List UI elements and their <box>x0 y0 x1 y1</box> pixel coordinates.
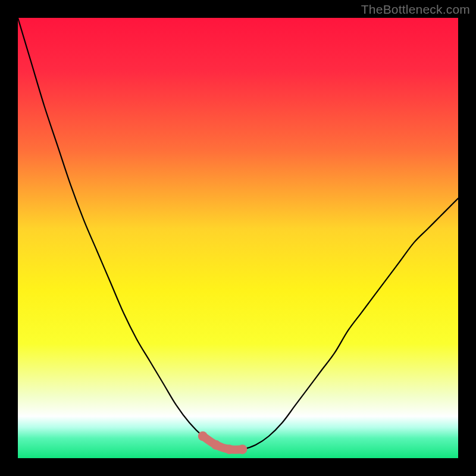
svg-point-2 <box>211 440 221 450</box>
chart-frame: TheBottleneck.com <box>0 0 476 476</box>
plot-area <box>18 18 458 458</box>
svg-point-0 <box>198 431 208 441</box>
svg-point-3 <box>224 444 234 454</box>
svg-point-1 <box>237 444 247 454</box>
gradient-rect <box>18 18 458 458</box>
watermark-text: TheBottleneck.com <box>361 2 470 17</box>
chart-svg <box>18 18 458 458</box>
